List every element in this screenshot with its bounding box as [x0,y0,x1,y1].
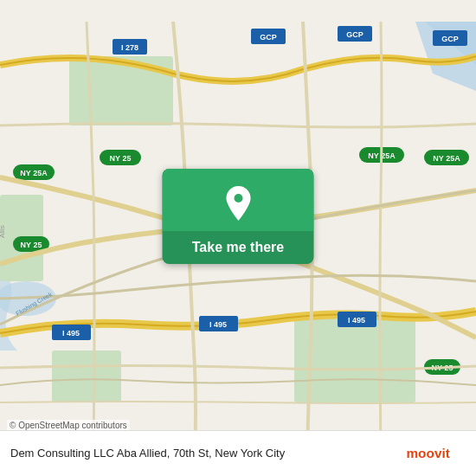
svg-text:I 495: I 495 [209,320,227,329]
svg-rect-6 [52,351,121,402]
location-label: Dem Consulting LLC Aba Allied, 70th St, … [10,447,396,460]
svg-text:I 278: I 278 [121,43,138,52]
svg-text:Allis: Allis [0,225,6,238]
take-me-there-button[interactable]: Take me there [163,169,314,264]
svg-text:moovit: moovit [406,446,449,460]
svg-text:GCP: GCP [346,30,363,39]
moovit-logo-svg: moovit [405,440,466,466]
button-icon-area [163,169,314,231]
svg-text:NY 25: NY 25 [21,241,42,249]
svg-text:GCP: GCP [441,35,459,43]
info-bar: Dem Consulting LLC Aba Allied, 70th St, … [0,430,476,476]
svg-text:NY 25A: NY 25A [433,154,460,163]
location-pin-icon [222,184,254,222]
svg-text:NY 25A: NY 25A [20,169,48,177]
take-me-there-label: Take me there [163,231,314,264]
svg-point-38 [234,194,242,203]
svg-text:I 495: I 495 [348,316,365,325]
svg-text:GCP: GCP [260,33,277,42]
moovit-logo: moovit [405,440,466,466]
svg-text:I 495: I 495 [62,329,80,338]
svg-text:NY 25: NY 25 [110,154,132,163]
map-container: I 495 I 495 I 495 I 278 GCP GCP GCP NY 2… [0,0,476,476]
